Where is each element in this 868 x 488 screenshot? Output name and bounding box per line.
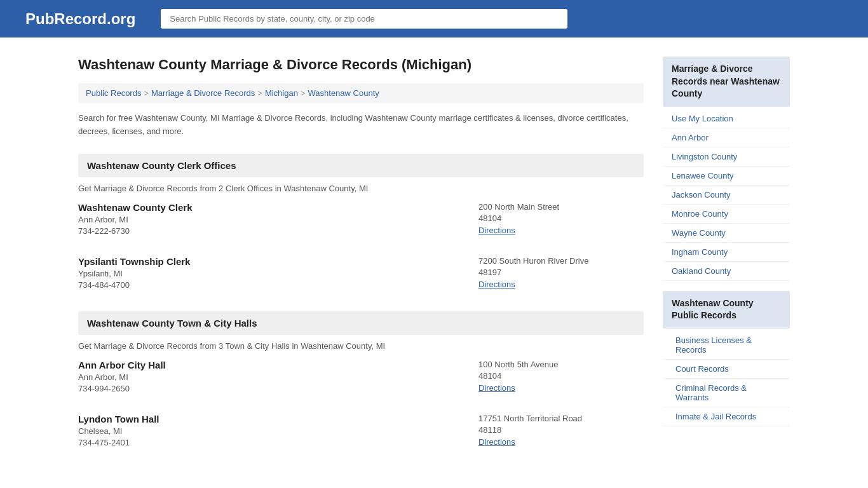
cityhall-entry-0-directions: Directions [478, 383, 644, 393]
cityhall-section-desc: Get Marriage & Divorce Records from 3 To… [78, 341, 644, 351]
clerk-entry-1-address: 7200 South Huron River Drive [478, 256, 644, 266]
cityhall-entry-0-name: Ann Arbor City Hall [78, 360, 478, 370]
breadcrumb: Public Records > Marriage & Divorce Reco… [78, 83, 644, 103]
sidebar-business-licenses[interactable]: Business Licenses & Records [663, 331, 790, 360]
breadcrumb-michigan[interactable]: Michigan [265, 88, 298, 98]
clerk-offices-section: Washtenaw County Clerk Offices Get Marri… [78, 154, 644, 296]
sidebar-monroe-county[interactable]: Monroe County [663, 205, 790, 224]
clerk-entry-1-right: 7200 South Huron River Drive 48197 Direc… [478, 256, 644, 290]
clerk-entry-1-directions-link[interactable]: Directions [478, 280, 515, 289]
clerk-entry-0: Washtenaw County Clerk Ann Arbor, MI 734… [78, 202, 644, 242]
clerk-section-title: Washtenaw County Clerk Offices [78, 154, 644, 177]
cityhall-section-title: Washtenaw County Town & City Halls [78, 311, 644, 335]
content-area: Washtenaw County Marriage & Divorce Reco… [78, 57, 644, 469]
sidebar-use-my-location[interactable]: Use My Location [663, 109, 790, 128]
cityhall-entry-1-left: Lyndon Town Hall Chelsea, MI 734-475-240… [78, 414, 478, 447]
clerk-entry-0-right: 200 North Main Street 48104 Directions [478, 202, 644, 236]
cityhall-entry-0-zip: 48104 [478, 371, 644, 381]
clerk-entry-1-phone: 734-484-4700 [78, 280, 478, 290]
sidebar-public-records-title: Washtenaw County Public Records [663, 291, 790, 329]
search-box [161, 9, 567, 29]
cityhall-entry-1-name: Lyndon Town Hall [78, 414, 478, 424]
cityhall-entry-1-phone: 734-475-2401 [78, 438, 478, 447]
sidebar-criminal-records[interactable]: Criminal Records & Warrants [663, 379, 790, 407]
sidebar-ingham-county[interactable]: Ingham County [663, 243, 790, 262]
cityhall-entry-1-zip: 48118 [478, 425, 644, 435]
sidebar-ann-arbor[interactable]: Ann Arbor [663, 128, 790, 147]
clerk-entry-1-directions: Directions [478, 279, 644, 289]
page-title: Washtenaw County Marriage & Divorce Reco… [78, 57, 644, 73]
cityhall-entry-1-directions-link[interactable]: Directions [478, 437, 515, 447]
clerk-entry-0-name: Washtenaw County Clerk [78, 202, 478, 213]
site-logo[interactable]: PubRecord.org [25, 10, 135, 28]
clerk-entry-0-address: 200 North Main Street [478, 202, 644, 212]
cityhall-entry-0-city: Ann Arbor, MI [78, 372, 478, 382]
sidebar-court-records[interactable]: Court Records [663, 360, 790, 379]
cityhall-entry-0-left: Ann Arbor City Hall Ann Arbor, MI 734-99… [78, 360, 478, 393]
clerk-entry-0-city: Ann Arbor, MI [78, 215, 478, 224]
cityhall-entry-0-phone: 734-994-2650 [78, 384, 478, 393]
clerk-section-desc: Get Marriage & Divorce Records from 2 Cl… [78, 184, 644, 193]
sidebar-inmate-records[interactable]: Inmate & Jail Records [663, 407, 790, 426]
cityhall-entry-1-address: 17751 North Territorial Road [478, 414, 644, 423]
sidebar-wayne-county[interactable]: Wayne County [663, 224, 790, 243]
clerk-entry-0-directions-link[interactable]: Directions [478, 226, 515, 235]
clerk-entry-0-zip: 48104 [478, 214, 644, 223]
sidebar-oakland-county[interactable]: Oakland County [663, 262, 790, 281]
breadcrumb-marriage-records[interactable]: Marriage & Divorce Records [151, 88, 255, 98]
sidebar: Marriage & Divorce Records near Washtena… [663, 57, 790, 469]
cityhall-entry-0-address: 100 North 5th Avenue [478, 360, 644, 369]
sidebar-lenawee-county[interactable]: Lenawee County [663, 166, 790, 186]
clerk-entry-0-left: Washtenaw County Clerk Ann Arbor, MI 734… [78, 202, 478, 236]
search-input[interactable] [161, 9, 567, 29]
cityhall-entry-1-city: Chelsea, MI [78, 426, 478, 436]
clerk-entry-1-left: Ypsilanti Township Clerk Ypsilanti, MI 7… [78, 256, 478, 290]
clerk-entry-1-city: Ypsilanti, MI [78, 269, 478, 278]
cityhall-entry-0-right: 100 North 5th Avenue 48104 Directions [478, 360, 644, 393]
breadcrumb-sep-2: > [257, 88, 262, 98]
breadcrumb-washtenaw[interactable]: Washtenaw County [308, 88, 379, 98]
clerk-entry-1-zip: 48197 [478, 268, 644, 277]
breadcrumb-sep-1: > [144, 88, 149, 98]
cityhall-entry-0: Ann Arbor City Hall Ann Arbor, MI 734-99… [78, 360, 644, 400]
clerk-entry-1: Ypsilanti Township Clerk Ypsilanti, MI 7… [78, 256, 644, 296]
clerk-entry-0-phone: 734-222-6730 [78, 226, 478, 236]
cityhall-entry-1-directions: Directions [478, 437, 644, 447]
clerk-entry-0-directions: Directions [478, 225, 644, 235]
breadcrumb-sep-3: > [301, 88, 306, 98]
cityhall-entry-1-right: 17751 North Territorial Road 48118 Direc… [478, 414, 644, 447]
clerk-entry-1-name: Ypsilanti Township Clerk [78, 256, 478, 267]
page-description: Search for free Washtenaw County, MI Mar… [78, 112, 644, 139]
sidebar-spacer [663, 281, 790, 291]
sidebar-jackson-county[interactable]: Jackson County [663, 186, 790, 205]
cityhall-entry-0-directions-link[interactable]: Directions [478, 383, 515, 393]
sidebar-livingston-county[interactable]: Livingston County [663, 147, 790, 166]
cityhall-entry-1: Lyndon Town Hall Chelsea, MI 734-475-240… [78, 414, 644, 454]
header: PubRecord.org [0, 0, 868, 37]
breadcrumb-public-records[interactable]: Public Records [86, 88, 141, 98]
main-layout: Washtenaw County Marriage & Divorce Reco… [53, 37, 815, 488]
sidebar-nearby-title: Marriage & Divorce Records near Washtena… [663, 57, 790, 107]
cityhall-section: Washtenaw County Town & City Halls Get M… [78, 311, 644, 454]
